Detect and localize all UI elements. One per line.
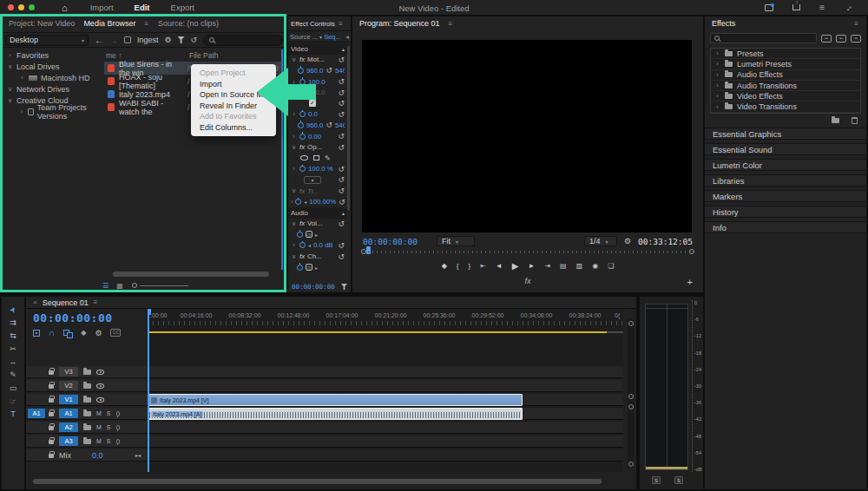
- menu-import[interactable]: Import: [90, 3, 114, 12]
- track-target-v3[interactable]: V3: [59, 367, 78, 376]
- stopwatch-icon[interactable]: [297, 232, 303, 238]
- section-header-video[interactable]: Video▴: [288, 43, 347, 55]
- mute-button[interactable]: M: [96, 438, 102, 444]
- track-target-a3[interactable]: A3: [59, 436, 78, 446]
- track-output-eye-icon[interactable]: [96, 383, 104, 389]
- export-frame-button[interactable]: ◉: [592, 262, 598, 270]
- location-dropdown[interactable]: Desktop▾: [5, 35, 89, 46]
- track-lock-icon[interactable]: [49, 370, 54, 375]
- parameter-row[interactable]: 960.0↺540.0: [288, 65, 347, 76]
- voiceover-record-icon[interactable]: [116, 411, 120, 416]
- sync-lock-icon[interactable]: [83, 370, 91, 375]
- solo-button[interactable]: S: [107, 438, 111, 444]
- track-lane[interactable]: [148, 449, 623, 462]
- step-forward-button[interactable]: ►: [528, 262, 535, 270]
- add-marker-button[interactable]: ◆: [442, 262, 447, 270]
- work-area-bar[interactable]: [148, 331, 607, 333]
- track-header-a1[interactable]: A1A1MS: [26, 408, 148, 420]
- mix-value[interactable]: 0.0: [92, 451, 103, 460]
- track-lane[interactable]: [148, 422, 623, 434]
- prev-keyframe-icon[interactable]: ◂: [304, 199, 306, 205]
- panel-menu-icon[interactable]: ≡: [854, 20, 859, 28]
- expand-icon[interactable]: ›: [291, 134, 297, 140]
- clip-italy-audio[interactable]: Italy 2023.mp4 [A]: [148, 408, 523, 420]
- back-icon[interactable]: ←: [95, 36, 103, 45]
- collapse-icon[interactable]: ▴: [342, 210, 345, 216]
- fullscreen-icon[interactable]: ↔: [842, 1, 855, 14]
- reset-parameter-icon[interactable]: ↺: [338, 99, 345, 108]
- parameter-row[interactable]: 960.0↺540.0: [288, 120, 347, 131]
- search-input[interactable]: [203, 35, 283, 46]
- chevron-icon[interactable]: ∨: [291, 220, 297, 227]
- timeline-vscrollbar[interactable]: [628, 319, 634, 468]
- sync-lock-icon[interactable]: [83, 439, 91, 444]
- prev-keyframe-icon[interactable]: ◂: [308, 242, 311, 248]
- scrub-end-handle[interactable]: [689, 249, 694, 254]
- scrub-start-handle[interactable]: [361, 249, 366, 254]
- track-output-eye-icon[interactable]: [96, 397, 104, 403]
- expand-icon[interactable]: ›: [291, 199, 293, 205]
- chevron-icon[interactable]: ∨: [7, 97, 13, 104]
- track-zoom-handle[interactable]: [628, 404, 634, 409]
- panel-tab-libraries[interactable]: Libraries: [705, 174, 866, 187]
- solo-left-button[interactable]: S: [652, 476, 661, 484]
- menu-edit[interactable]: Edit: [135, 3, 150, 12]
- yuv-effects-filter-icon[interactable]: ••: [851, 35, 861, 43]
- pen-tool[interactable]: ✎: [2, 369, 24, 381]
- expand-icon[interactable]: ›: [291, 242, 297, 248]
- section-header-audio[interactable]: Audio▴: [288, 207, 347, 219]
- parameter-value-2[interactable]: 540.0: [335, 67, 345, 75]
- expand-icon[interactable]: ›: [291, 111, 297, 117]
- playhead-marker[interactable]: [148, 309, 151, 315]
- parameter-row[interactable]: ›0.0↺: [288, 109, 347, 121]
- stopwatch-icon[interactable]: [299, 242, 306, 248]
- effects-search-input[interactable]: [710, 33, 817, 43]
- parameter-value[interactable]: 100.00%: [309, 198, 336, 206]
- timeline-track-area[interactable]: :00:0000:04:16:0000:08:32:0000:12:48:000…: [148, 309, 623, 472]
- razor-tool[interactable]: ✂: [2, 343, 24, 355]
- solo-button[interactable]: S: [107, 424, 111, 430]
- write-keyframes-icon[interactable]: ▸◂: [135, 452, 141, 458]
- solo-right-button[interactable]: S: [674, 476, 683, 484]
- reset-parameter-icon[interactable]: ↺: [339, 198, 345, 206]
- chevron-icon[interactable]: ›: [714, 61, 720, 67]
- uniform-scale-checkbox[interactable]: ✓: [309, 100, 316, 107]
- stopwatch-icon[interactable]: [299, 134, 306, 140]
- reset-parameter-icon[interactable]: ↺: [338, 241, 345, 250]
- timeline-settings-wrench-icon[interactable]: ⚙: [95, 329, 102, 337]
- add-button[interactable]: +: [687, 277, 693, 287]
- chevron-icon[interactable]: ›: [19, 75, 25, 81]
- tab-effects[interactable]: Effects: [712, 19, 735, 28]
- track-lane[interactable]: [148, 366, 623, 378]
- parameter-row[interactable]: ›◂0.0 dB↺: [288, 240, 347, 252]
- chevron-icon[interactable]: ›: [714, 72, 720, 78]
- track-lock-icon[interactable]: [49, 398, 54, 403]
- chevron-icon[interactable]: ›: [7, 52, 13, 58]
- refresh-icon[interactable]: ↺: [191, 36, 198, 44]
- thumbnail-zoom-slider[interactable]: [132, 283, 279, 288]
- track-lock-icon[interactable]: [49, 426, 54, 430]
- parameter-value[interactable]: 0.0 dB: [313, 241, 333, 249]
- fx-badge-icon[interactable]: fx: [299, 187, 305, 195]
- track-header-v1[interactable]: V1: [26, 394, 148, 406]
- stopwatch-icon[interactable]: [298, 68, 304, 74]
- play-button[interactable]: ▶: [512, 261, 519, 271]
- type-tool[interactable]: T: [2, 408, 24, 420]
- bypass-row[interactable]: ◷▸: [288, 229, 347, 240]
- stopwatch-icon[interactable]: [295, 199, 301, 205]
- sync-lock-icon[interactable]: [83, 411, 91, 416]
- fx-badge-icon[interactable]: fx: [299, 143, 305, 151]
- filter-icon[interactable]: [178, 36, 185, 43]
- panel-menu-icon[interactable]: ≡: [339, 20, 344, 28]
- track-lock-icon[interactable]: [49, 412, 54, 416]
- tree-item-team-projects-versions[interactable]: ›◦Team Projects Versions: [2, 106, 104, 117]
- rectangle-tool[interactable]: ▭: [2, 382, 24, 394]
- global-fx-mute-button[interactable]: fx: [352, 277, 703, 285]
- voiceover-record-icon[interactable]: [116, 425, 120, 430]
- effect-row[interactable]: ∨fxCh...↺: [288, 251, 347, 262]
- panel-tab-lumetri-color[interactable]: Lumetri Color: [705, 159, 866, 171]
- panel-tab-essential-graphics[interactable]: Essential Graphics: [705, 128, 866, 140]
- fx-badge-icon[interactable]: fx: [299, 219, 305, 227]
- reset-parameter-icon[interactable]: ↺: [326, 66, 332, 75]
- clip-italy-video[interactable]: Italy 2023.mp4 [V]: [148, 394, 523, 406]
